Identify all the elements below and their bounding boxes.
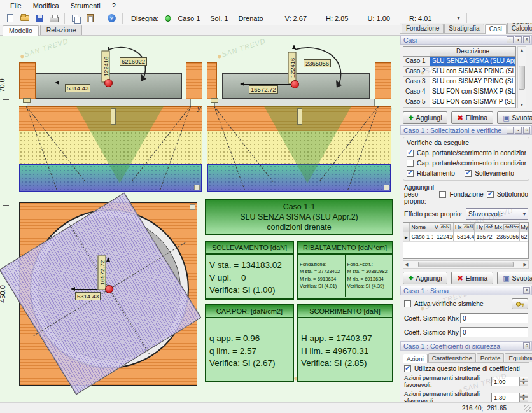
casi-row-desc[interactable]: SLU FON con SISMAY P (SLU Appr.2) (430, 97, 515, 107)
casi-row-name[interactable]: Caso 2 (403, 67, 430, 76)
view-grip[interactable] (384, 185, 389, 190)
coef-spinner[interactable]: 1.30 ▲▼ (491, 393, 528, 402)
drawing-canvas[interactable]: SAN TREVD SAN TREVD SAN TREVD SAN TREVD … (0, 36, 400, 402)
scroll-thumb[interactable] (418, 262, 514, 267)
tab-opzioni-calcolo[interactable]: Opzioni Calcolo (507, 23, 532, 33)
sol-indicator[interactable]: Sol. 1 (206, 15, 232, 22)
menu-strumenti[interactable]: Strumenti (66, 1, 106, 10)
caso-indicator[interactable]: Caso 1 (174, 15, 204, 22)
grid-col-mx[interactable]: MxdaN*cm (493, 223, 519, 232)
scroll-left-icon[interactable]: ◀ (405, 262, 408, 267)
casi-row-desc[interactable]: SLU FON con SISMAX P (SLU Appr.2) (430, 87, 515, 97)
tab-portate[interactable]: Portate (477, 353, 505, 362)
casi-row-name[interactable]: Caso 4 (403, 87, 430, 97)
collapse-chevron-button[interactable]: « (523, 36, 530, 43)
grid-col-hy[interactable]: HydaN (475, 223, 493, 232)
table-row[interactable]: ▶ Caso 1-1 -122416 -5314.43 16572... -23… (403, 232, 528, 242)
chevron-down-icon[interactable]: ▾ (454, 15, 462, 21)
cell-hy[interactable]: 16572... (475, 232, 493, 241)
tab-modello[interactable]: Modello (3, 25, 39, 36)
grid-horizontal-scrollbar[interactable]: ◀ ▶ (403, 260, 529, 269)
tab-equilibrio[interactable]: Equilibrio (505, 353, 532, 362)
view-grip[interactable] (190, 204, 195, 210)
minimize-button[interactable]: · (507, 36, 514, 43)
table-row[interactable]: Caso 4 SLU FON con SISMAX P (SLU Appr.2) (403, 87, 515, 97)
spin-down-icon[interactable]: ▼ (519, 381, 528, 386)
cell-nome[interactable]: Caso 1-1 (410, 232, 433, 241)
save-button[interactable] (33, 13, 45, 24)
row-selector[interactable]: ▶ (403, 232, 410, 241)
tab-casi[interactable]: Casi (485, 24, 507, 34)
menu-file[interactable]: File (5, 1, 27, 10)
add-load-button[interactable]: +Aggiungi (403, 272, 447, 284)
casi-row-name[interactable]: Caso 3 (403, 77, 430, 87)
casi-col-descrizione[interactable]: Descrizione (430, 47, 515, 56)
coef-value[interactable]: 1.30 (491, 393, 519, 402)
view-grip[interactable] (194, 185, 200, 190)
cell-mx[interactable]: -2365056 (493, 232, 519, 241)
grid-col-hx[interactable]: HxdaN (454, 223, 475, 232)
collapse-chevron-button[interactable]: « (523, 287, 530, 294)
sisma-options-button[interactable] (512, 298, 528, 309)
tab-azioni[interactable]: Azioni (403, 354, 428, 363)
checkbox-sottofondo[interactable] (487, 191, 494, 198)
open-file-button[interactable] (18, 13, 31, 24)
scroll-thumb[interactable] (519, 66, 525, 90)
scroll-right-icon[interactable]: ▶ (524, 262, 527, 267)
new-file-button[interactable] (4, 13, 16, 24)
table-row[interactable]: Caso 2 SLU con SISMAX PRINC (SLU Appr... (403, 67, 515, 77)
menu-modifica[interactable]: Modifica (28, 1, 64, 10)
effetto-peso-select[interactable]: Sfavorevole ▾ (466, 208, 528, 220)
checkbox-fondazione[interactable] (439, 191, 446, 198)
casi-vertical-scrollbar[interactable]: ▲ ▼ (517, 46, 526, 108)
casi-row-name[interactable]: Caso 5 (403, 97, 430, 107)
scroll-up-icon[interactable]: ▲ (520, 48, 524, 52)
add-case-button[interactable]: +Aggiungi (403, 111, 447, 124)
collapse-chevron-button[interactable]: « (523, 127, 530, 134)
coef-value[interactable]: 1.00 (491, 377, 519, 386)
table-row[interactable]: Caso 5 SLU FON con SISMAY P (SLU Appr.2) (403, 97, 515, 108)
cell-my[interactable]: 62 (520, 232, 528, 241)
menu-help[interactable]: ? (107, 1, 121, 10)
clear-cases-button[interactable]: ▣Svuota (497, 111, 532, 124)
cell-hx[interactable]: -5314.43 (454, 232, 475, 241)
checkbox-utilizza-coefficienti[interactable] (404, 365, 411, 372)
grid-col-v[interactable]: VdaN (433, 223, 454, 232)
casi-row-desc[interactable]: SLU con SISMAY PRINC (SLU Appr... (430, 77, 515, 87)
spin-down-icon[interactable]: ▼ (519, 397, 528, 402)
casi-row-desc[interactable]: SLU con SISMAX PRINC (SLU Appr... (430, 67, 515, 76)
print-button[interactable] (48, 13, 60, 24)
checkbox-non-drenate[interactable] (407, 160, 414, 167)
delete-load-button[interactable]: ✖Elimina (451, 272, 493, 284)
paste-button[interactable] (84, 13, 96, 24)
copy-button[interactable] (69, 13, 81, 24)
checkbox-sollevamento[interactable] (465, 170, 472, 177)
collapse-chevron-button[interactable]: « (523, 342, 530, 349)
checkbox-ribaltamento[interactable] (407, 170, 414, 177)
clear-loads-button[interactable]: ▣Svuota (497, 272, 532, 284)
coef-spinner[interactable]: 1.00 ▲▼ (491, 377, 528, 386)
khy-input[interactable]: 0 (460, 327, 528, 337)
spin-up-icon[interactable]: ▲ (519, 393, 528, 398)
minimize-button[interactable]: · (507, 127, 514, 134)
tab-relazione[interactable]: Relazione (40, 25, 83, 35)
help-button[interactable]: ? (106, 13, 118, 24)
pin-button[interactable]: • (515, 127, 522, 134)
casi-row-desc[interactable]: SLU SENZA SISMA (SLU Appr.2) (430, 57, 515, 66)
checkbox-drenate[interactable] (407, 150, 414, 157)
cell-v[interactable]: -122416 (433, 232, 454, 241)
table-row[interactable]: Caso 1 SLU SENZA SISMA (SLU Appr.2) (403, 57, 515, 67)
drenato-indicator[interactable]: Drenato (234, 15, 267, 22)
casi-row-name[interactable]: Caso 1 (403, 57, 430, 66)
khx-input[interactable]: 0 (460, 313, 528, 323)
tab-caratteristiche[interactable]: Caratteristiche (428, 353, 476, 362)
grid-col-my[interactable]: My (520, 223, 528, 232)
delete-case-button[interactable]: ✖Elimina (451, 111, 493, 124)
resize-grip[interactable] (524, 405, 531, 412)
tab-fondazione[interactable]: Fondazione (402, 24, 444, 33)
tab-stratigrafia[interactable]: Stratigrafia (444, 24, 484, 33)
table-row[interactable]: Caso 3 SLU con SISMAY PRINC (SLU Appr... (403, 77, 515, 87)
grid-col-nome[interactable]: Nome (410, 223, 433, 232)
spin-up-icon[interactable]: ▲ (519, 377, 528, 382)
checkbox-attiva-sisma[interactable] (404, 300, 411, 307)
